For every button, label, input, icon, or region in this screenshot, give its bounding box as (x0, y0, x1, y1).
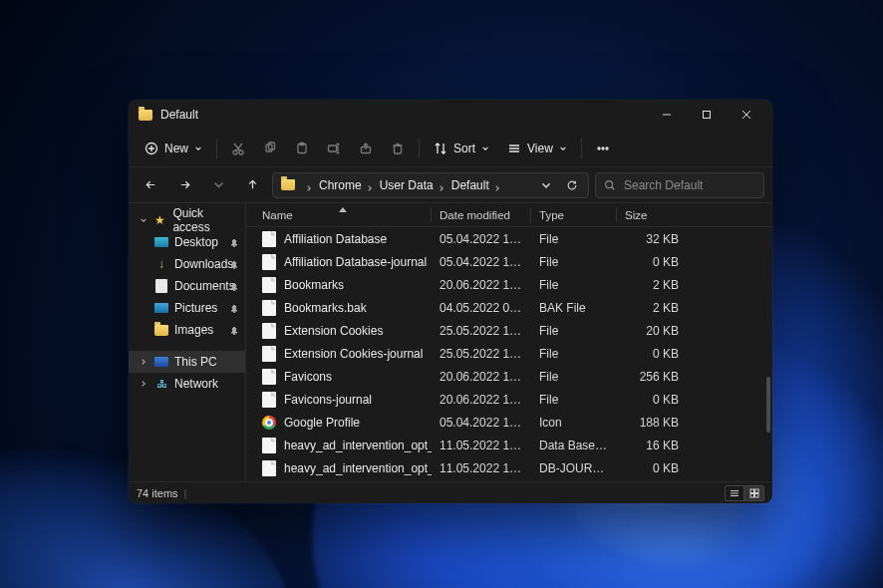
chevron-right-icon (493, 184, 501, 192)
svg-rect-41 (750, 493, 754, 497)
file-type: File (531, 393, 617, 407)
pin-icon (229, 303, 239, 313)
cut-button[interactable] (223, 135, 253, 162)
delete-button[interactable] (383, 135, 413, 162)
file-icon (262, 392, 276, 408)
svg-rect-39 (750, 489, 754, 493)
recent-button[interactable] (204, 171, 232, 199)
up-button[interactable] (238, 171, 266, 199)
column-type[interactable]: Type (531, 203, 617, 226)
sidebar-item-label: Images (174, 323, 213, 337)
thumbnails-view-toggle[interactable] (744, 485, 764, 501)
view-icon (507, 142, 521, 155)
nav-row: Chrome User Data Default Search Default (129, 167, 772, 203)
sidebar-item-images[interactable]: Images (129, 319, 245, 341)
file-name: Bookmarks.bak (284, 301, 367, 315)
file-size: 0 KB (617, 347, 687, 361)
file-list: Affiliation Database05.04.2022 11:25File… (246, 227, 772, 481)
table-row[interactable]: Favicons-journal20.06.2022 10:44File0 KB (246, 388, 772, 411)
grid-icon (749, 488, 759, 498)
breadcrumb[interactable]: Chrome (317, 178, 376, 192)
sort-asc-icon (339, 202, 347, 214)
paste-button[interactable] (287, 135, 317, 162)
table-row[interactable]: heavy_ad_intervention_opt_out11.05.2022 … (246, 434, 772, 456)
sidebar-item-documents[interactable]: Documents (129, 275, 245, 297)
refresh-button[interactable] (560, 173, 584, 197)
sidebar-this-pc[interactable]: This PC (129, 351, 245, 373)
chevron-right-icon (140, 358, 147, 366)
svg-point-27 (598, 147, 600, 149)
paste-icon (295, 142, 309, 155)
breadcrumb[interactable]: Default (449, 178, 503, 192)
address-bar[interactable]: Chrome User Data Default (272, 172, 589, 198)
column-headers: Name Date modified Type Size (246, 203, 772, 227)
rename-button[interactable] (319, 135, 349, 162)
arrow-right-icon (178, 178, 191, 191)
file-size: 188 KB (617, 416, 687, 430)
table-row[interactable]: Affiliation Database-journal05.04.2022 1… (246, 250, 772, 273)
file-icon (262, 231, 276, 247)
breadcrumb-sep[interactable] (303, 181, 315, 189)
table-row[interactable]: Extension Cookies25.05.2022 15:25File20 … (246, 319, 772, 342)
details-view-toggle[interactable] (725, 485, 744, 501)
close-button[interactable] (727, 100, 766, 130)
ellipsis-icon (596, 142, 610, 155)
sidebar-item-label: Desktop (174, 235, 218, 249)
svg-point-28 (602, 147, 604, 149)
sidebar-item-desktop[interactable]: Desktop (129, 231, 245, 253)
table-row[interactable]: heavy_ad_intervention_opt_out.db-journal… (246, 456, 772, 479)
file-type: File (531, 255, 617, 269)
sort-button[interactable]: Sort (426, 135, 497, 162)
network-icon: 🖧 (154, 377, 168, 391)
sidebar-item-downloads[interactable]: ↓ Downloads (129, 253, 245, 275)
file-icon (262, 438, 276, 453)
file-type: File (531, 347, 617, 361)
sidebar-item-pictures[interactable]: Pictures (129, 297, 245, 319)
file-name: Affiliation Database (284, 232, 387, 246)
column-name[interactable]: Name (254, 203, 432, 226)
breadcrumb[interactable]: User Data (378, 178, 447, 192)
arrow-up-icon (246, 178, 259, 191)
more-button[interactable] (588, 135, 618, 162)
column-date[interactable]: Date modified (432, 203, 531, 226)
file-type: Data Base File (531, 439, 617, 452)
chevron-right-icon (366, 184, 374, 192)
pc-icon (154, 357, 168, 367)
table-row[interactable]: Extension Cookies-journal25.05.2022 15:2… (246, 342, 772, 365)
file-date: 20.06.2022 10:44 (432, 393, 531, 407)
sidebar-quick-access[interactable]: ★ Quick access (129, 209, 245, 231)
table-row[interactable]: Favicons20.06.2022 10:44File256 KB (246, 365, 772, 388)
column-size[interactable]: Size (617, 203, 687, 226)
scrollbar-thumb[interactable] (766, 377, 770, 433)
minimize-button[interactable] (647, 100, 687, 130)
svg-marker-35 (339, 207, 347, 212)
table-row[interactable]: Bookmarks20.06.2022 10:43File2 KB (246, 273, 772, 296)
svg-rect-40 (754, 489, 758, 493)
star-icon: ★ (153, 213, 166, 227)
file-size: 0 KB (617, 393, 687, 407)
file-type: File (531, 370, 617, 384)
sidebar-network[interactable]: 🖧 Network (129, 373, 245, 395)
pin-icon (229, 281, 239, 291)
window-title: Default (160, 108, 198, 122)
file-name: Affiliation Database-journal (284, 255, 427, 269)
forward-button[interactable] (170, 171, 198, 199)
folder-icon (281, 179, 295, 190)
file-icon (262, 254, 276, 270)
table-row[interactable]: Bookmarks.bak04.05.2022 08:25BAK File2 K… (246, 296, 772, 319)
table-row[interactable]: Affiliation Database05.04.2022 11:25File… (246, 227, 772, 250)
address-dropdown[interactable] (534, 173, 558, 197)
chevron-down-icon (140, 216, 147, 224)
maximize-button[interactable] (687, 100, 727, 130)
table-row[interactable]: Google Profile05.04.2022 11:25Icon188 KB (246, 411, 772, 434)
back-button[interactable] (137, 171, 164, 199)
new-button[interactable]: New (137, 135, 210, 162)
view-button[interactable]: View (499, 135, 575, 162)
svg-point-29 (606, 147, 608, 149)
svg-rect-21 (395, 146, 402, 153)
search-input[interactable]: Search Default (595, 172, 764, 198)
titlebar: Default (129, 100, 772, 130)
copy-icon (263, 142, 277, 155)
copy-button[interactable] (255, 135, 285, 162)
share-button[interactable] (351, 135, 381, 162)
